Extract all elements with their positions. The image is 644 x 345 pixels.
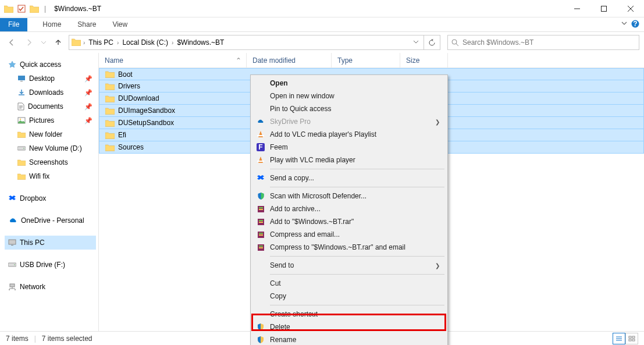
svg-rect-45 <box>629 339 631 341</box>
sidebar-dropbox[interactable]: Dropbox <box>5 191 96 205</box>
ctx-vlc-play[interactable]: Play with VLC media player <box>252 154 446 166</box>
sidebar-item-label: Quick access <box>20 61 61 69</box>
sidebar-item-screenshots[interactable]: Screenshots <box>5 155 96 169</box>
breadcrumb-drive[interactable]: Local Disk (C:) <box>121 38 169 47</box>
ctx-delete[interactable]: Delete <box>252 321 446 333</box>
sidebar-item-label: Pictures <box>29 116 54 125</box>
tab-home[interactable]: Home <box>34 17 69 32</box>
ctx-skydrive[interactable]: SkyDrive Pro❯ <box>252 115 446 128</box>
maximize-button[interactable] <box>590 0 617 17</box>
ctx-pin-quick-access[interactable]: Pin to Quick access <box>252 102 446 115</box>
sidebar-item-desktop[interactable]: Desktop📌 <box>5 72 96 86</box>
ctx-compress-rar-email[interactable]: Compress to "$Windows.~BT.rar" and email <box>252 241 446 254</box>
close-button[interactable] <box>617 0 644 17</box>
column-name[interactable]: Name⌃ <box>99 53 247 67</box>
ctx-label: Add to VLC media player's Playlist <box>270 130 376 138</box>
svg-text:?: ? <box>633 20 637 28</box>
file-name: Efi <box>118 131 126 139</box>
ctx-label: Send a copy... <box>270 174 314 182</box>
ctx-open[interactable]: Open <box>252 77 446 90</box>
ctx-rename[interactable]: Rename <box>252 333 446 345</box>
sidebar-item-documents[interactable]: Documents📌 <box>5 99 96 113</box>
pin-icon: 📌 <box>84 103 96 111</box>
ctx-compress-email[interactable]: Compress and email... <box>252 228 446 241</box>
ctx-vlc-add[interactable]: Add to VLC media player's Playlist <box>252 128 446 141</box>
breadcrumb[interactable]: › This PC › Local Disk (C:) › $Windows.~… <box>69 35 424 50</box>
search-input[interactable]: Search $Windows.~BT <box>447 35 639 50</box>
svg-rect-15 <box>9 240 16 244</box>
breadcrumb-dropdown[interactable] <box>413 38 421 47</box>
document-icon <box>17 102 24 111</box>
chevron-right-icon[interactable]: › <box>170 40 175 46</box>
ctx-label: Play with VLC media player <box>270 156 355 164</box>
back-button[interactable] <box>5 35 19 49</box>
ctx-create-shortcut[interactable]: Create shortcut <box>252 308 446 321</box>
properties-icon[interactable] <box>16 3 27 14</box>
sidebar-item-label: Network <box>20 283 45 291</box>
chevron-right-icon[interactable]: › <box>116 40 120 46</box>
ctx-send-to[interactable]: Send to❯ <box>252 259 446 272</box>
sidebar-thispc[interactable]: This PC <box>5 236 96 250</box>
chevron-right-icon[interactable]: › <box>82 40 86 46</box>
tab-view[interactable]: View <box>104 17 136 32</box>
column-date[interactable]: Date modified <box>247 53 332 67</box>
folder-icon <box>105 119 115 127</box>
file-tab[interactable]: File <box>0 18 27 31</box>
ctx-defender[interactable]: Scan with Microsoft Defender... <box>252 190 446 202</box>
address-bar-row: › This PC › Local Disk (C:) › $Windows.~… <box>0 32 644 53</box>
ctx-add-rar[interactable]: Add to "$Windows.~BT.rar" <box>252 215 446 228</box>
sidebar-item-pictures[interactable]: Pictures📌 <box>5 113 96 127</box>
forward-button[interactable] <box>22 35 36 49</box>
desktop-icon <box>17 75 26 82</box>
details-view-button[interactable] <box>613 333 625 344</box>
sidebar-usb[interactable]: USB Drive (F:) <box>5 258 96 272</box>
sidebar-item-label: New Volume (D:) <box>29 144 82 152</box>
sidebar-item-newvolume[interactable]: New Volume (D:) <box>5 141 96 155</box>
breadcrumb-current[interactable]: $Windows.~BT <box>176 38 225 47</box>
ctx-add-archive[interactable]: Add to archive... <box>252 202 446 215</box>
sidebar-item-label: USB Drive (F:) <box>20 261 65 269</box>
sidebar-item-wififix[interactable]: Wifi fix <box>5 169 96 183</box>
svg-point-18 <box>14 264 15 265</box>
ctx-feem[interactable]: FFeem <box>252 141 446 154</box>
folder-icon <box>17 159 26 166</box>
sidebar-network[interactable]: Network <box>5 280 96 294</box>
svg-rect-9 <box>18 76 25 80</box>
svg-rect-46 <box>632 339 635 341</box>
sidebar-quick-access[interactable]: Quick access <box>5 58 96 72</box>
thumbnails-view-button[interactable] <box>625 333 638 344</box>
shield-icon <box>256 335 265 344</box>
ctx-cut[interactable]: Cut <box>252 277 446 290</box>
recent-dropdown[interactable] <box>40 35 48 49</box>
up-button[interactable] <box>51 35 65 49</box>
ctx-label: Compress to "$Windows.~BT.rar" and email <box>270 243 405 251</box>
ctx-copy[interactable]: Copy <box>252 290 446 303</box>
ribbon: File Home Share View ? <box>0 17 644 32</box>
chevron-right-icon: ❯ <box>435 119 440 125</box>
sidebar-item-newfolder[interactable]: New folder <box>5 127 96 141</box>
ctx-label: Delete <box>270 323 290 331</box>
sidebar: Quick access Desktop📌 Downloads📌 Documen… <box>0 53 99 331</box>
breadcrumb-thispc[interactable]: This PC <box>87 38 115 47</box>
vlc-icon <box>256 155 265 165</box>
ctx-label: Add to "$Windows.~BT.rar" <box>270 218 354 226</box>
column-size[interactable]: Size <box>400 53 448 67</box>
file-name: DUSetupSandbox <box>118 119 174 127</box>
sidebar-item-label: Desktop <box>29 74 55 83</box>
help-icon[interactable]: ? <box>631 20 639 30</box>
vlc-icon <box>256 130 265 139</box>
status-items: 7 items <box>6 335 29 343</box>
folder-icon <box>105 95 115 102</box>
ribbon-expand-icon[interactable] <box>621 20 628 29</box>
file-name: Drivers <box>118 82 140 90</box>
refresh-button[interactable] <box>424 35 440 50</box>
drive-icon <box>17 145 26 151</box>
minimize-button[interactable] <box>564 0 590 17</box>
tab-share[interactable]: Share <box>69 17 104 32</box>
sidebar-onedrive[interactable]: OneDrive - Personal <box>5 214 96 227</box>
column-type[interactable]: Type <box>332 53 400 67</box>
sidebar-item-downloads[interactable]: Downloads📌 <box>5 86 96 99</box>
ctx-send-copy[interactable]: Send a copy... <box>252 172 446 184</box>
ctx-open-new-window[interactable]: Open in new window <box>252 90 446 102</box>
ctx-label: Feem <box>270 143 288 151</box>
